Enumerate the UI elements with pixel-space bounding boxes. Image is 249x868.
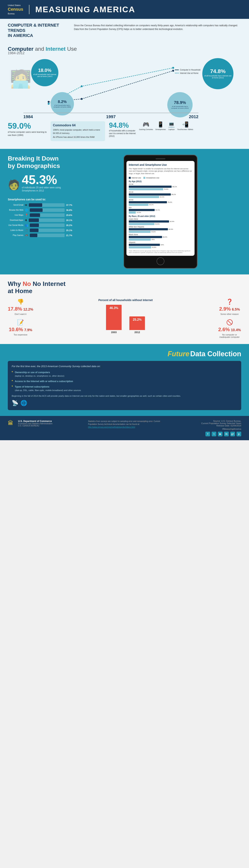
smartphone-bar-pct: 45% [151, 239, 155, 241]
smartphone-bar-row: 14.5% [129, 212, 192, 214]
use-bar-bg [30, 228, 64, 232]
no-computer-label: No computer or inadequate computer [218, 334, 241, 338]
internet-bar-fill [129, 236, 162, 238]
thumbs-down-icon: 👎 [17, 299, 24, 305]
and-word: and [35, 46, 46, 52]
device-icons-row: 🎮 Gaming Consoles 📱 Smartphones 💻 Laptop… [139, 121, 193, 130]
future-item-1-bold: Ownership or use of computers [15, 371, 50, 374]
internet-bar-row: 53.1% [129, 209, 192, 211]
internet-2012-pct: 74.8% [210, 69, 225, 74]
twitter-icon[interactable]: t [212, 432, 216, 436]
by-age-subtitle: By Age (2012) [129, 180, 192, 183]
smartphone-desc: of individuals 25 and older were using S… [22, 186, 74, 193]
use-bar-row: Use Maps 📍 29.6% [8, 213, 74, 217]
too-expensive-pcts: 10.6% 7.9% [9, 327, 32, 333]
use-bar-row: Browse the Web 🌐 36.8% [8, 208, 74, 212]
smartphone-bar-fill [129, 239, 151, 241]
age-bars: 53.1% 14.5% [129, 209, 192, 214]
race-label: White Non Hispanic [129, 226, 192, 228]
smartphone-stat-row: 🧑 45.3% of individuals 25 and older were… [8, 174, 74, 196]
intro-left: COMPUTER & INTERNET TRENDS IN AMERICA [8, 23, 70, 38]
smartphone-bar-row: 45% [129, 239, 192, 241]
use-bar-row: Download Apps ⬇ 28.1% [8, 218, 74, 222]
future-item-2-text: Access to the Internet with or without a… [15, 379, 73, 383]
year-2012: 2012 [189, 114, 198, 119]
bar-2003-fill: 46.3% [106, 305, 121, 330]
use-bar-bg [30, 223, 64, 227]
census-logo: United States Census Bureau [8, 4, 23, 15]
smartphone-bar-fill [129, 188, 163, 190]
pencil-paper-icon: 📝 [17, 319, 24, 326]
googleplus-icon[interactable]: g+ [230, 432, 235, 436]
footer-dept: U.S. Department of Commerce [18, 420, 53, 423]
smartphone-bar-pct: 44.6% [151, 231, 156, 232]
tablet-icon: 📲 [182, 121, 189, 128]
internet-word: Internet [46, 46, 66, 52]
use-icon: 🌐 [25, 209, 28, 212]
connect-stat: 94.8% of households with a computer use … [109, 121, 136, 137]
connect-desc: of households with a computer use it to … [109, 129, 136, 137]
logo-line1: United States [8, 4, 23, 7]
no-word: No [23, 280, 33, 287]
age-label: 25-34 [129, 183, 192, 185]
smartphone-stat: 45.3% of individuals 25 and older were u… [22, 174, 74, 196]
future-data-collection: Data Collection [190, 350, 241, 358]
dont-want-label: Don't want it [15, 313, 26, 315]
other-reason-pct1: 2.9% [219, 306, 231, 312]
smartphone-bar-pct: 40.2% [149, 204, 154, 206]
bottom-stats-row: 59.0% of home computer users were learni… [8, 121, 241, 141]
internet-bar-pct: 78.4% [168, 202, 172, 203]
phone-home-button[interactable] [157, 257, 164, 265]
connect-stat-devices: 94.8% of households with a computer use … [109, 121, 241, 137]
intro-description: Since the Census Bureau first started co… [74, 23, 241, 31]
linkedin-icon[interactable]: in [224, 432, 229, 436]
legend-smartphone-color [143, 177, 145, 179]
race-group-row: Black Alone 68.2% 45% [129, 234, 192, 241]
year-1997: 1997 [106, 114, 116, 119]
no-computer-pct2: 10.4% [231, 328, 241, 332]
bar-2012: 25.2% 2012 [129, 305, 145, 334]
other-reason-label: Some other reason [220, 313, 239, 315]
chart-area: 🧑‍💻 18.0% of all households had Internet… [8, 57, 241, 119]
phone-legend: Internet Use Smartphone Use [129, 177, 192, 179]
legend-internet: Internet Use at Home [175, 72, 200, 74]
device-laptop: 💻 Laptops [168, 121, 175, 130]
phone-top [127, 158, 195, 159]
age-group-row: 45-64 78.4% 40.2% [129, 199, 192, 206]
smartphone-bar-pct: 45.8% [152, 246, 157, 248]
legend-internet-label: Internet Use at Home [180, 72, 198, 74]
future-items-list: * Ownership or use of computers (laptop … [12, 371, 237, 392]
use-pct: 26.2% [66, 224, 74, 226]
section-title-block: Computer and Internet Use 1984-2012 [8, 46, 241, 55]
future-note: Beginning in the fall of 2014 the ACS wi… [12, 394, 237, 398]
race-group-row: Hispanic 64% 45.8% [129, 241, 192, 248]
percent-without-chart: Percent of all households without Intern… [37, 299, 214, 334]
too-expensive-label: Too expensive [13, 334, 27, 336]
internet-bar-row: 80.3% [129, 228, 192, 230]
smartphone-bar-row: 45.8% [129, 246, 192, 248]
use-bar-fill [30, 234, 37, 237]
footer-url[interactable]: http://www.census.gov/cps/methodology/te… [88, 426, 166, 429]
footer-census-logo: 🏛 [8, 420, 13, 426]
dont-want-pct1: 17.8% [8, 306, 22, 312]
future-word: Future [168, 350, 190, 358]
phone-footnote: *Note: Differences across age groups and… [129, 250, 192, 253]
legend-internet-line [175, 73, 179, 73]
future-item-1-sub: (laptop vs. desktop vs. smartphone vs. o… [15, 375, 64, 377]
svg-point-2 [172, 70, 174, 72]
no-internet-section: Why No No Internet at Home 👎 17.8% 12.2%… [0, 274, 249, 344]
too-expensive-pct1: 10.6% [9, 327, 23, 333]
by-race-subtitle: By Race, 25 and older (2012) [129, 215, 192, 217]
internet-bar-fill [129, 228, 168, 230]
at-home-word: at Home [8, 287, 32, 294]
pinterest-icon[interactable]: p [237, 432, 241, 436]
footer-right: Source: U.S. Census Bureau, Current Popu… [201, 420, 241, 436]
smartphone-bar-fill [129, 204, 148, 206]
bubble-internet-2012: 74.8% of all households have Internet us… [202, 58, 233, 89]
facebook-icon[interactable]: f [205, 432, 210, 436]
youtube-icon[interactable]: ▶ [218, 432, 223, 436]
age-label: 65+ [129, 207, 192, 209]
use-icon: ✉ [25, 204, 27, 207]
connect-pct: 94.8% [109, 121, 136, 129]
internet-bar-fill [129, 186, 172, 188]
